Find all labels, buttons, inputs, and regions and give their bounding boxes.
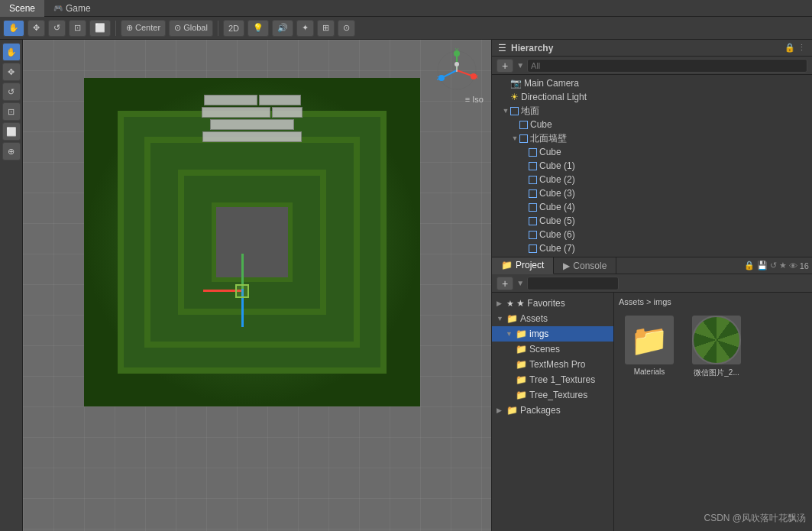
breadcrumb-arrow: >	[646, 297, 653, 306]
expand-icon: ▶	[497, 406, 504, 414]
hierarchy-options-btn[interactable]: ⋮	[797, 43, 806, 53]
hierarchy-lock-btn[interactable]: 🔒	[785, 43, 795, 53]
hierarchy-item-cube-dimian[interactable]: Cube	[492, 118, 812, 131]
materials-thumbnail: 📁	[625, 316, 674, 364]
texture-label: 微信图片_2...	[694, 367, 739, 378]
cube-icon-1	[529, 162, 537, 170]
hierarchy-label-cube-dimian: Cube	[530, 119, 552, 130]
hierarchy-item-directional-light[interactable]: ☀ Directional Light	[492, 90, 812, 104]
hierarchy-title: Hierarchy	[511, 43, 553, 53]
scene-orientation-gizmo[interactable]: Y X Z	[434, 47, 480, 93]
lighting-btn[interactable]: 💡	[247, 20, 269, 37]
rect-tool[interactable]: ⬜	[2, 122, 21, 141]
project-lock-btn[interactable]: 🔒	[744, 261, 755, 270]
tab-console[interactable]: ▶ Console	[554, 257, 616, 274]
project-main-content: Assets > imgs 📁 Materials	[614, 293, 812, 531]
hierarchy-item-cube-0[interactable]: Cube	[492, 145, 812, 159]
hand-tool[interactable]: ✋	[2, 43, 21, 61]
expand-icon	[519, 202, 529, 212]
building-row-2	[151, 107, 353, 118]
group-icon	[510, 107, 519, 115]
global-btn[interactable]: ⊙ Global	[169, 20, 213, 37]
project-save-btn[interactable]: 💾	[757, 261, 768, 270]
hierarchy-label-cube-5: Cube (5)	[539, 215, 575, 226]
svg-text:Y: Y	[455, 47, 459, 53]
hierarchy-item-cube-2[interactable]: Cube (2)	[492, 173, 812, 186]
scene-view-btn[interactable]: ⊞	[317, 20, 335, 37]
project-refresh-btn[interactable]: ↺	[770, 261, 777, 270]
hand-tool-btn[interactable]: ✋	[3, 20, 24, 37]
hierarchy-add-btn[interactable]: +	[497, 59, 513, 73]
hierarchy-item-cube-1[interactable]: Cube (1)	[492, 159, 812, 173]
assets-grid: 📁 Materials 微信图片_2...	[619, 312, 807, 381]
expand-icon	[501, 92, 510, 102]
pivot-btn[interactable]: ⊕ Center	[121, 20, 166, 37]
tab-project[interactable]: 📁 Project	[492, 257, 554, 274]
scene-view[interactable]: Y X Z ≡ Iso	[23, 40, 491, 531]
hierarchy-item-main-camera[interactable]: 📷 Main Camera	[492, 76, 812, 90]
audio-btn[interactable]: 🔊	[272, 20, 293, 37]
expand-icon	[519, 216, 529, 225]
hierarchy-header: ☰ Hierarchy 🔒 ⋮	[492, 40, 812, 57]
folder-icon-tree1: 📁	[516, 374, 527, 385]
sidebar-textmesh[interactable]: 📁 TextMesh Pro	[492, 357, 613, 372]
folder-icon-tree: 📁	[516, 390, 527, 400]
gizmo-btn[interactable]: ⊙	[338, 20, 355, 37]
left-tools-panel: ✋ ✥ ↺ ⊡ ⬜ ⊕	[0, 40, 23, 531]
sidebar-tree[interactable]: 📁 Tree_Textures	[492, 387, 613, 403]
asset-wechat-img[interactable]: 微信图片_2...	[686, 312, 747, 381]
project-eye-btn[interactable]: 👁	[789, 261, 797, 270]
sidebar-imgs-label: imgs	[529, 329, 548, 339]
maze-container	[84, 78, 420, 406]
scale-tool-btn[interactable]: ⊡	[69, 20, 86, 37]
project-add-btn[interactable]: +	[497, 277, 513, 290]
sidebar-scenes[interactable]: 📁 Scenes	[492, 342, 613, 357]
2d-btn[interactable]: 2D	[223, 20, 244, 37]
cube-icon	[529, 148, 537, 157]
asset-materials[interactable]: 📁 Materials	[619, 312, 680, 381]
texture-preview	[692, 316, 741, 364]
project-search-input[interactable]	[527, 277, 619, 290]
right-panel: ☰ Hierarchy 🔒 ⋮ + ▼ 📷 Main Camera	[491, 40, 812, 531]
hierarchy-search-input[interactable]	[527, 59, 807, 73]
transform-tool[interactable]: ⊕	[2, 142, 21, 160]
star-icon: ★	[506, 299, 514, 309]
rotate-tool-btn[interactable]: ↺	[48, 20, 66, 37]
folder-icon-packages: 📁	[506, 405, 518, 416]
tab-game[interactable]: 🎮 Game	[44, 0, 100, 17]
hierarchy-label-cube-0: Cube	[539, 147, 561, 157]
rotate-tool[interactable]: ↺	[2, 83, 21, 101]
move-tool[interactable]: ✥	[2, 63, 21, 81]
rect-tool-btn[interactable]: ⬜	[89, 20, 111, 37]
fx-btn[interactable]: ✦	[296, 20, 314, 37]
project-body: ▶ ★ ★ Favorites ▼ 📁 Assets ▼ 📁 imgs	[492, 293, 812, 531]
sidebar-imgs[interactable]: ▼ 📁 imgs	[492, 326, 613, 342]
hierarchy-item-cube-6[interactable]: Cube (6)	[492, 228, 812, 241]
project-star-btn[interactable]: ★	[779, 261, 787, 270]
sidebar-assets[interactable]: ▼ 📁 Assets	[492, 311, 613, 326]
hierarchy-item-cube-4[interactable]: Cube (4)	[492, 200, 812, 214]
building-4	[272, 107, 302, 118]
move-tool-btn[interactable]: ✥	[27, 20, 45, 37]
expand-icon	[501, 79, 510, 88]
expand-icon	[519, 244, 529, 253]
texture-thumbnail	[692, 316, 741, 364]
hierarchy-item-dimian[interactable]: ▼ 地面	[492, 104, 812, 118]
building-3	[202, 107, 270, 118]
scale-tool[interactable]: ⊡	[2, 102, 21, 121]
separator-1	[115, 21, 116, 36]
hierarchy-actions: 🔒 ⋮	[785, 43, 806, 53]
project-tabs-bar: 📁 Project ▶ Console 🔒 💾 ↺ ★ 👁 16	[492, 257, 812, 274]
light-icon: ☀	[510, 92, 519, 102]
tab-scene[interactable]: Scene	[0, 0, 44, 17]
sidebar-favorites[interactable]: ▶ ★ ★ Favorites	[492, 296, 613, 311]
hierarchy-item-beimian[interactable]: ▼ 北面墙壁	[492, 131, 812, 145]
hierarchy-item-cube-5[interactable]: Cube (5)	[492, 214, 812, 228]
folder-icon: 📁	[506, 313, 518, 324]
hierarchy-list: 📷 Main Camera ☀ Directional Light ▼ 地面	[492, 75, 812, 257]
sidebar-packages[interactable]: ▶ 📁 Packages	[492, 403, 613, 418]
sidebar-tree1[interactable]: 📁 Tree 1_Textures	[492, 372, 613, 387]
hierarchy-item-cube-7[interactable]: Cube (7)	[492, 241, 812, 255]
building-row-3	[151, 119, 353, 130]
hierarchy-item-cube-3[interactable]: Cube (3)	[492, 186, 812, 200]
